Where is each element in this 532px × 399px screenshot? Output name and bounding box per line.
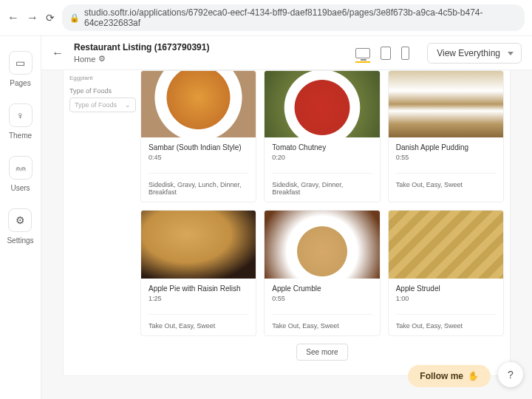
canvas: Eggplant Type of Foods Type of Foods ⌄ S… [64,70,510,375]
nav-back-icon[interactable]: ← [7,11,19,24]
recipe-card[interactable]: Apple Pie with Raisin Relish1:25Take Out… [140,210,256,336]
device-mobile[interactable] [401,47,409,60]
recipe-title: Apple Crumble [272,284,372,293]
left-rail: ▭ Pages ♀ Theme ⍝⍝ Users ⚙ Settings [0,36,41,399]
card-body: Apple Strudel1:00Take Out, Easy, Sweet [389,279,503,335]
card-body: Danish Apple Pudding0:55Take Out, Easy, … [389,137,503,194]
pages-icon: ▭ [9,51,33,75]
rail-pages[interactable]: ▭ Pages [9,51,33,87]
device-tablet[interactable] [381,47,391,60]
recipe-card[interactable]: Sambar (South Indian Style)0:45Sidedisk,… [140,70,256,202]
url-bar[interactable]: 🔒 studio.softr.io/applications/6792eca0-… [62,4,525,31]
recipe-card[interactable]: Danish Apple Pudding0:55Take Out, Easy, … [388,70,504,202]
rail-users[interactable]: ⍝⍝ Users [9,156,33,192]
recipe-card[interactable]: Apple Crumble0:55Take Out, Easy, Sweet [264,210,380,336]
see-more-button[interactable]: See more [296,344,347,361]
view-dropdown-label: View Everything [437,48,500,58]
type-dropdown[interactable]: Type of Foods ⌄ [69,98,136,112]
hand-icon: ✋ [468,371,479,381]
see-more-row: See more [140,344,504,361]
recipe-time: 0:20 [272,154,372,161]
url-text: studio.softr.io/applications/6792eca0-ee… [84,7,517,28]
rail-theme[interactable]: ♀ Theme [9,103,33,140]
recipe-time: 1:00 [396,295,496,302]
main-area: ← Restaurant Listing (1673790391) Home ⚙… [41,36,532,399]
recipe-tags: Take Out, Easy, Sweet [149,314,248,330]
device-switcher [355,47,409,60]
theme-icon: ♀ [9,103,33,127]
card-body: Sambar (South Indian Style)0:45Sidedisk,… [141,137,256,202]
recipe-time: 0:45 [149,154,248,161]
follow-me-button[interactable]: Follow me ✋ [408,365,491,387]
breadcrumb-label: Home [74,55,95,64]
reload-icon[interactable]: ⟳ [46,12,55,24]
rail-label: Settings [7,236,33,245]
recipe-title: Sambar (South Indian Style) [149,143,248,151]
recipe-title: Danish Apple Pudding [396,143,496,151]
recipe-image [141,71,256,137]
recipe-tags: Take Out, Easy, Sweet [396,314,496,330]
recipe-tags: Take Out, Easy, Sweet [272,314,372,330]
breadcrumb[interactable]: Home ⚙ [74,54,209,64]
rail-label: Pages [10,79,30,87]
rail-settings[interactable]: ⚙ Settings [7,208,33,245]
filters-panel: Eggplant Type of Foods Type of Foods ⌄ [69,70,136,361]
page-title: Restaurant Listing (1673790391) [74,42,209,52]
recipe-card[interactable]: Tomato Chutney0:20Sidedisk, Gravy, Dinne… [264,70,380,202]
nav-forward-icon[interactable]: → [27,11,38,24]
lock-icon: 🔒 [69,13,80,23]
chevron-down-icon: ⌄ [125,101,131,109]
recipe-image [265,71,379,137]
recipe-image [141,211,256,279]
gear-icon: ⚙ [98,54,106,64]
view-dropdown[interactable]: View Everything [427,43,522,64]
card-body: Tomato Chutney0:20Sidedisk, Gravy, Dinne… [265,137,379,202]
recipe-image [389,71,503,137]
recipe-image [265,211,379,279]
recipe-title: Apple Pie with Raisin Relish [149,284,248,293]
back-button[interactable]: ← [52,47,64,60]
browser-bar: ← → ⟳ 🔒 studio.softr.io/applications/679… [0,0,532,36]
canvas-wrap: Eggplant Type of Foods Type of Foods ⌄ S… [41,70,532,399]
help-button[interactable]: ? [498,362,523,387]
recipe-time: 1:25 [149,295,248,302]
follow-label: Follow me [420,371,463,381]
recipe-time: 0:55 [396,154,496,161]
filter-type-label: Type of Foods [69,87,136,95]
users-icon: ⍝⍝ [9,156,33,180]
filter-chip[interactable]: Eggplant [69,75,136,81]
recipe-tags: Sidedisk, Gravy, Dinner, Breakfast [272,173,372,196]
rail-label: Users [10,184,30,192]
topbar: ← Restaurant Listing (1673790391) Home ⚙… [41,36,532,70]
type-dropdown-placeholder: Type of Foods [75,101,117,109]
recipe-card[interactable]: Apple Strudel1:00Take Out, Easy, Sweet [388,210,504,336]
settings-icon: ⚙ [8,208,32,232]
help-icon: ? [508,369,514,381]
app-shell: ▭ Pages ♀ Theme ⍝⍝ Users ⚙ Settings ← Re… [0,36,532,399]
cards-grid: Sambar (South Indian Style)0:45Sidedisk,… [136,70,504,361]
title-block: Restaurant Listing (1673790391) Home ⚙ [74,42,209,64]
recipe-title: Apple Strudel [396,284,496,293]
recipe-time: 0:55 [272,295,372,302]
recipe-image [389,211,503,279]
rail-label: Theme [9,132,32,140]
device-desktop[interactable] [355,48,370,63]
recipe-tags: Sidedisk, Gravy, Lunch, Dinner, Breakfas… [149,173,248,196]
recipe-tags: Take Out, Easy, Sweet [396,173,496,188]
recipe-title: Tomato Chutney [272,143,372,151]
card-body: Apple Pie with Raisin Relish1:25Take Out… [141,279,256,335]
card-body: Apple Crumble0:55Take Out, Easy, Sweet [265,279,379,335]
